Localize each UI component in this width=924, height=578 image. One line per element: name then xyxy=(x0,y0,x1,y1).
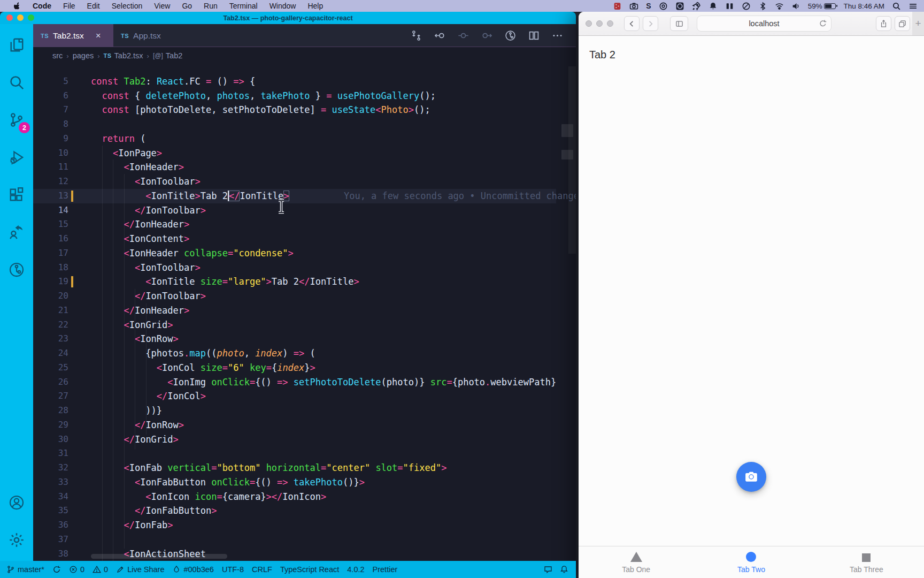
sidebar-toggle-icon[interactable] xyxy=(670,16,688,31)
breadcrumb-item[interactable]: [@]Tab2 xyxy=(153,51,182,60)
do-not-disturb-icon[interactable] xyxy=(742,2,751,11)
code-line-14[interactable]: 14 <IonTitle>Tab 2</IonTitle> You, a few… xyxy=(33,189,556,203)
ionic-tab-tab-three[interactable]: Tab Three xyxy=(809,546,924,578)
columns-icon[interactable] xyxy=(725,2,734,11)
rocket-icon[interactable] xyxy=(692,2,701,11)
menu-item-selection[interactable]: Selection xyxy=(106,0,149,12)
code-line-26[interactable]: 26 <IonCol size="6" key={index}> xyxy=(33,361,556,375)
code-line-22[interactable]: 22 </IonHeader> xyxy=(33,303,556,318)
status-live-share[interactable]: Live Share xyxy=(116,565,164,574)
code-line-32[interactable]: 32 xyxy=(33,446,556,461)
film-icon[interactable] xyxy=(613,2,622,11)
take-photo-fab-button[interactable] xyxy=(736,462,766,492)
status-0[interactable]: 0 xyxy=(69,565,84,574)
tab-overview-icon[interactable] xyxy=(895,16,910,31)
feedback-icon[interactable] xyxy=(544,565,552,574)
status-sync-icon[interactable] xyxy=(52,565,61,574)
code-line-38[interactable]: 38 xyxy=(33,533,556,547)
status-crlf[interactable]: CRLF xyxy=(252,565,272,574)
code-line-17[interactable]: 17 <IonContent> xyxy=(33,232,556,246)
zoom-window-button[interactable] xyxy=(28,14,34,21)
close-tab-icon[interactable]: × xyxy=(96,31,101,41)
editor-hscrollbar[interactable] xyxy=(91,554,227,559)
reload-icon[interactable] xyxy=(819,19,827,29)
code-line-24[interactable]: 24 <IonRow> xyxy=(33,332,556,346)
battery-status[interactable]: 59% xyxy=(808,2,836,10)
close-window-button[interactable] xyxy=(586,20,592,27)
status-0[interactable]: 0 xyxy=(93,565,108,574)
volume-icon[interactable] xyxy=(791,2,800,11)
previous-change-icon[interactable] xyxy=(430,26,449,44)
ionic-tab-tab-two[interactable]: Tab Two xyxy=(694,546,808,578)
menu-item-terminal[interactable]: Terminal xyxy=(224,0,264,12)
current-change-icon[interactable] xyxy=(454,26,472,44)
code-line-34[interactable]: 34 <IonFabButton onClick={() => takePhot… xyxy=(33,475,556,490)
next-change-icon[interactable] xyxy=(478,26,496,44)
code-line-19[interactable]: 19 <IonToolbar> xyxy=(33,261,556,275)
extensions-icon[interactable] xyxy=(0,178,33,211)
code-line-21[interactable]: 21 </IonToolbar> xyxy=(33,289,556,303)
search-icon[interactable] xyxy=(0,66,33,99)
clock[interactable]: Thu 8:46 AM xyxy=(843,2,884,10)
menu-item-window[interactable]: Window xyxy=(264,0,302,12)
code-line-11[interactable]: 11 <IonPage> xyxy=(33,146,556,161)
code-line-30[interactable]: 30 </IonRow> xyxy=(33,418,556,432)
code-line-9[interactable]: 9 xyxy=(33,117,556,132)
notifications-bell-icon[interactable] xyxy=(560,565,568,574)
code-line-33[interactable]: 33 <IonFab vertical="bottom" horizontal=… xyxy=(33,461,556,475)
breadcrumb-item[interactable]: src xyxy=(52,51,63,60)
more-actions-icon[interactable] xyxy=(548,26,566,44)
menu-item-view[interactable]: View xyxy=(148,0,176,12)
code-line-7[interactable]: 7 const { deletePhoto, photos, takePhoto… xyxy=(33,89,556,103)
breadcrumb-item[interactable]: pages xyxy=(73,51,94,60)
code-editor[interactable]: 5 6 const Tab2: React.FC = () => { 7 con… xyxy=(33,64,576,561)
code-line-25[interactable]: 25 {photos.map((photo, index) => ( xyxy=(33,346,556,361)
gitlens-circle-icon[interactable] xyxy=(0,253,33,286)
minimap[interactable] xyxy=(561,150,573,159)
menu-item-code[interactable]: Code xyxy=(27,0,57,12)
status-typescript-react[interactable]: TypeScript React xyxy=(280,565,339,574)
status-prettier[interactable]: Prettier xyxy=(373,565,398,574)
split-editor-icon[interactable] xyxy=(525,26,543,44)
wifi-icon[interactable] xyxy=(775,2,784,11)
new-tab-button[interactable]: + xyxy=(912,12,924,35)
editor-tab-tab2.tsx[interactable]: TS Tab2.tsx × xyxy=(33,24,113,47)
window-icon[interactable] xyxy=(675,2,684,11)
bell-icon[interactable] xyxy=(709,2,718,11)
apple-menu-icon[interactable] xyxy=(7,0,27,12)
menu-item-file[interactable]: File xyxy=(57,0,81,12)
code-line-12[interactable]: 12 <IonHeader> xyxy=(33,160,556,174)
menu-item-run[interactable]: Run xyxy=(198,0,224,12)
code-line-20[interactable]: 20 <IonTitle size="large">Tab 2</IonTitl… xyxy=(33,275,556,289)
code-line-15[interactable]: 15 </IonToolbar> xyxy=(33,203,556,218)
code-line-31[interactable]: 31 </IonGrid> xyxy=(33,432,556,447)
settings-gear-icon[interactable] xyxy=(0,523,33,557)
record-icon[interactable] xyxy=(659,2,668,11)
compare-changes-icon[interactable] xyxy=(407,26,425,44)
menu-item-help[interactable]: Help xyxy=(302,0,329,12)
close-window-button[interactable] xyxy=(6,14,13,21)
code-line-37[interactable]: 37 </IonFab> xyxy=(33,518,556,533)
code-line-36[interactable]: 36 </IonFabButton> xyxy=(33,504,556,518)
code-line-28[interactable]: 28 </IonCol> xyxy=(33,389,556,404)
account-icon[interactable] xyxy=(0,486,33,519)
bluetooth-icon[interactable] xyxy=(758,2,767,11)
minimap[interactable] xyxy=(561,124,573,137)
minimize-window-button[interactable] xyxy=(17,14,24,21)
status-utf-8[interactable]: UTF-8 xyxy=(222,565,244,574)
status-4-0-2[interactable]: 4.0.2 xyxy=(347,565,364,574)
code-line-13[interactable]: 13 <IonToolbar> xyxy=(33,174,556,189)
address-bar[interactable]: localhost xyxy=(697,16,831,32)
code-line-16[interactable]: 16 </IonHeader> xyxy=(33,217,556,232)
code-line-5[interactable]: 5 xyxy=(33,64,556,74)
forward-button[interactable] xyxy=(643,16,658,31)
live-share-icon[interactable] xyxy=(0,216,33,249)
status-master-[interactable]: master* xyxy=(6,565,44,574)
gitlens-icon[interactable] xyxy=(501,26,519,44)
menu-item-edit[interactable]: Edit xyxy=(81,0,106,12)
share-icon[interactable] xyxy=(876,16,891,31)
control-center-icon[interactable] xyxy=(908,2,918,11)
editor-tab-app.tsx[interactable]: TS App.tsx xyxy=(113,24,194,47)
editor-scrollbar[interactable] xyxy=(568,66,576,254)
explorer-icon[interactable] xyxy=(0,28,33,62)
